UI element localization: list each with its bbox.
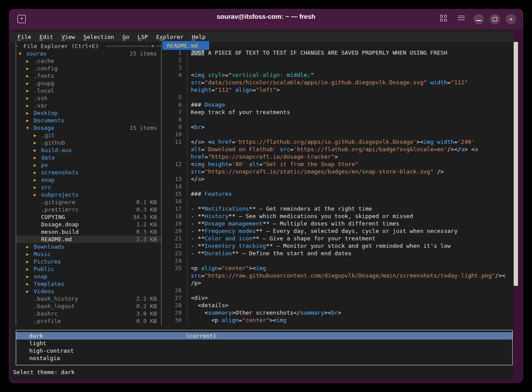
explorer-item-dot-config[interactable]: ▶.config — [16, 65, 161, 72]
code-line[interactable]: 17- **Notifications** — Get reminders at… — [162, 205, 514, 212]
maximize-button[interactable] — [490, 14, 500, 24]
line-number: 1 — [162, 49, 191, 56]
code-line[interactable]: src="https://raw.githubusercontent.com/d… — [162, 272, 514, 279]
code-line[interactable]: 16 — [162, 198, 514, 205]
code-line[interactable]: 4<img style="vertical-align: middle;" — [162, 71, 514, 79]
explorer-item-Dosage[interactable]: ▼Dosage15 items — [16, 124, 161, 132]
code-line[interactable]: href="https://snapcraft.io/dosage-tracke… — [162, 153, 514, 160]
explorer-item-dot-git[interactable]: ▶.git — [16, 132, 161, 139]
menu-item-lsp[interactable]: LSP — [138, 34, 148, 40]
editor-area[interactable]: 1JUST A PIECE OF TEXT TO TEST IF CHANGES… — [162, 49, 514, 355]
explorer-item-dot-ssh[interactable]: ▶.ssh — [16, 94, 161, 102]
explorer-close-icon[interactable]: × — [149, 43, 156, 49]
explorer-item-Templates[interactable]: ▶Templates — [16, 280, 161, 288]
explorer-item-COPYING[interactable]: COPYING34.3 KB — [16, 213, 161, 221]
explorer-item-README.md[interactable]: README.md2.3 KB — [16, 236, 161, 243]
code-line[interactable]: 7Keep track of your treatments — [162, 108, 514, 116]
code-line[interactable]: /p> — [162, 279, 514, 287]
hamburger-menu-icon[interactable] — [458, 16, 465, 21]
code-line[interactable]: 3 — [162, 64, 514, 71]
explorer-item-snap[interactable]: ▶snap — [16, 176, 161, 184]
menu-item-go[interactable]: Go — [122, 34, 129, 40]
item-label: .config — [34, 65, 58, 72]
explorer-item-subprojects[interactable]: ▶subprojects — [16, 191, 161, 198]
explorer-item-po[interactable]: ▶po — [16, 161, 161, 169]
explorer-item-dot-local[interactable]: ▶.local — [16, 87, 161, 94]
explorer-item-Pictures[interactable]: ▶Pictures — [16, 258, 161, 265]
explorer-item-dot-fonts[interactable]: ▶.fonts — [16, 72, 161, 80]
code-line[interactable]: 10 — [162, 131, 514, 138]
explorer-item-dot-prettierrc[interactable]: .prettierrc0.3 KB — [16, 206, 161, 213]
code-line[interactable]: 21- **Color and icon** — Give a shape fo… — [162, 235, 514, 242]
code-line[interactable]: 13</a> — [162, 175, 514, 183]
code-line[interactable]: 28 <details> — [162, 302, 514, 309]
tab-overview-icon[interactable] — [440, 15, 447, 21]
theme-option-nostalgia[interactable]: nostalgia — [16, 354, 512, 362]
explorer-item-dot-bashrc[interactable]: .bashrc3.8 KB — [16, 310, 161, 317]
code-line[interactable]: 18- **History** — See which medications … — [162, 212, 514, 220]
code-line[interactable]: 27<div> — [162, 294, 514, 302]
menu-item-view[interactable]: View — [62, 34, 75, 40]
theme-option-light[interactable]: light — [16, 340, 512, 347]
code-line[interactable]: height="112" align="left"> — [162, 86, 514, 94]
code-line[interactable]: 26 — [162, 287, 514, 294]
explorer-item-dot-gitignore[interactable]: .gitignore0.1 KB — [16, 198, 161, 206]
menu-item-edit[interactable]: Edit — [39, 34, 53, 40]
menu-item-selection[interactable]: Selection — [83, 34, 114, 40]
code-line[interactable]: 15### Features — [162, 190, 514, 198]
explorer-item-Desktop[interactable]: ▶Desktop — [16, 109, 161, 117]
tab-close-icon[interactable]: × — [201, 42, 204, 49]
explorer-item-Public[interactable]: ▶Public — [16, 265, 161, 273]
explorer-item-Music[interactable]: ▶Music — [16, 250, 161, 258]
explorer-item-Dosage.doap[interactable]: Dosage.doap1.2 KB — [16, 221, 161, 228]
explorer-item-dot-cache[interactable]: ▶.cache — [16, 57, 161, 65]
explorer-item-dot-github[interactable]: ▶.github — [16, 139, 161, 146]
explorer-item-data[interactable]: ▶data — [16, 154, 161, 161]
code-line[interactable]: 20- **Frequency modes** — Every day, sel… — [162, 227, 514, 235]
triangle-collapsed-icon: ▶ — [34, 177, 41, 182]
code-line[interactable]: 5 — [162, 94, 514, 101]
explorer-item-dot-gnupg[interactable]: ▶.gnupg — [16, 80, 161, 87]
code-line[interactable]: 1JUST A PIECE OF TEXT TO TEST IF CHANGES… — [162, 49, 514, 56]
minimize-button[interactable] — [473, 14, 484, 24]
explorer-item-dot-bash_logout[interactable]: .bash_logout0.2 KB — [16, 302, 161, 310]
code-line[interactable]: 19- **Dosage management** — Multiple dos… — [162, 220, 514, 227]
code-line[interactable]: 9<br> — [162, 123, 514, 131]
code-line[interactable]: 24 — [162, 257, 514, 264]
explorer-item-Documents[interactable]: ▶Documents — [16, 117, 161, 124]
code-line[interactable]: src="https://snapcraft.io/static/images/… — [162, 168, 514, 175]
explorer-item-src[interactable]: ▶src — [16, 184, 161, 191]
code-line[interactable]: 25<p align="center"><img — [162, 264, 514, 272]
explorer-item-Downloads[interactable]: ▶Downloads — [16, 243, 161, 250]
code-line[interactable]: 11</a> <a href='https://flathub.org/apps… — [162, 138, 514, 146]
code-line[interactable]: 22- **Inventory tracking** — Monitor you… — [162, 242, 514, 250]
explorer-item-dot-profile[interactable]: .profile0.9 KB — [16, 317, 161, 325]
explorer-item-screenshots[interactable]: ▶screenshots — [16, 169, 161, 176]
code-line[interactable]: 12<img height='80' alt="Get it from the … — [162, 160, 514, 168]
explorer-item-dot-bash_history[interactable]: .bash_history2.2 KB — [16, 295, 161, 302]
code-line[interactable]: src="data/icons/hicolor/scalable/apps/io… — [162, 79, 514, 86]
menu-item-explorer[interactable]: Explorer — [156, 34, 184, 40]
theme-option-high-contrast[interactable]: high-contrast — [16, 347, 512, 354]
code-line[interactable]: 23- **Duration** — Define the start and … — [162, 250, 514, 257]
code-line[interactable]: 14 — [162, 183, 514, 190]
menu-item-file[interactable]: File — [17, 34, 31, 40]
code-line[interactable]: 2 — [162, 56, 514, 64]
code-line[interactable]: alt='Download on Flathub' src='https://f… — [162, 146, 514, 153]
code-line[interactable]: 6### Dosage — [162, 101, 514, 108]
menu-item-help[interactable]: Help — [192, 34, 205, 40]
explorer-item-meson.build[interactable]: meson.build0.3 KB — [16, 228, 161, 236]
code-line[interactable]: 29 <summary>Other screenshots</summary><… — [162, 309, 514, 316]
theme-option-dark[interactable]: dark(current) — [16, 332, 512, 340]
tab-readme[interactable]: README.md × — [162, 41, 209, 50]
explorer-item-snap[interactable]: ▶snap — [16, 273, 161, 280]
triangle-collapsed-icon: ▶ — [34, 133, 41, 138]
explorer-item-dot-var[interactable]: ▶.var — [16, 102, 161, 109]
close-button[interactable]: × — [506, 14, 516, 24]
explorer-item-build-aux[interactable]: ▶build-aux — [16, 146, 161, 154]
code-line[interactable]: 30 <p align="center"><img — [162, 316, 514, 324]
code-line[interactable]: 8 — [162, 116, 514, 123]
editor-scrollbar[interactable] — [514, 42, 518, 286]
explorer-item-sourav[interactable]: ▼sourav23 items — [16, 50, 161, 57]
explorer-item-Videos[interactable]: ▶Videos — [16, 288, 161, 295]
